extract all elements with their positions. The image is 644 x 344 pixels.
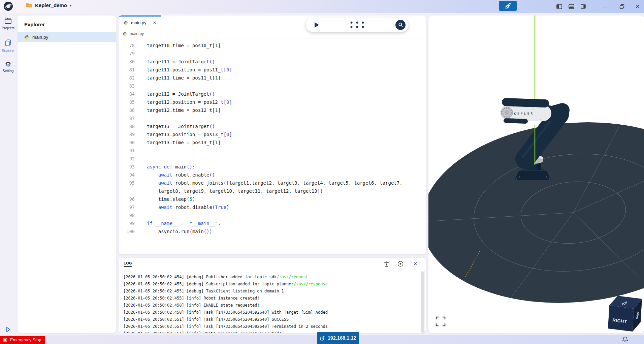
- toggle-right-panel-icon[interactable]: [581, 4, 586, 9]
- python-icon: [24, 35, 29, 40]
- emergency-stop-button[interactable]: Emergency Stop: [0, 336, 45, 344]
- log-line: [2026-01-05 20:50:02.551] [info] Task [1…: [123, 323, 426, 330]
- editor-panel: main.py ✕ main.py 78target10.time = pos1…: [119, 15, 426, 254]
- code-line: 86target12.time = pos12_t[1]: [119, 106, 426, 114]
- copy-pages-icon: [4, 39, 12, 46]
- line-number: 84: [119, 90, 141, 98]
- log-line: [2026-01-05 20:50:02.454] [debug] Publis…: [123, 274, 426, 281]
- code-line: 79: [119, 50, 426, 58]
- line-number: 82: [119, 74, 141, 82]
- close-window-button[interactable]: ✕: [633, 0, 643, 13]
- chevron-down-icon: ▾: [70, 3, 72, 8]
- code-line: 98: [119, 211, 426, 219]
- line-number: 89: [119, 130, 141, 138]
- code-line: 100 asyncio.run(main()): [119, 227, 426, 236]
- code-area[interactable]: 78target10.time = pos10_t[1]7980target11…: [119, 38, 426, 236]
- sidebar-item-setting[interactable]: ⚙ Setting: [0, 61, 16, 73]
- log-line: [2026-01-05 20:50:02.551] [info] Task [1…: [123, 316, 426, 323]
- line-number: 95: [119, 179, 141, 187]
- sidebar-item-projects[interactable]: Projects: [0, 18, 16, 30]
- bell-icon[interactable]: [621, 336, 629, 343]
- code-line: 87: [119, 114, 426, 122]
- viewport-3d[interactable]: KEPLER TOP RIGHT BACK: [428, 15, 644, 333]
- log-panel: LOG ✕ [2026-01-05 20:50:02.454] [debug] …: [119, 258, 426, 333]
- code-line: 82target11.time = pos11_t[1]: [119, 74, 426, 82]
- stop-log-button[interactable]: [397, 261, 404, 267]
- play-outline-icon: [5, 326, 11, 333]
- svg-text:KEPLER: KEPLER: [514, 112, 534, 116]
- code-line: 83: [119, 82, 426, 90]
- robot-scene: KEPLER TOP RIGHT BACK: [428, 15, 644, 333]
- toggle-left-panel-icon[interactable]: [556, 4, 562, 9]
- toggle-bottom-panel-icon[interactable]: [569, 4, 574, 9]
- stop-circle-icon: [3, 338, 7, 342]
- line-number: 79: [119, 50, 141, 58]
- code-line: 93async def main():: [119, 163, 426, 171]
- restore-icon: [619, 4, 624, 9]
- sidebar-item-explorer[interactable]: Explorer: [0, 39, 16, 53]
- rocket-icon: [504, 2, 512, 10]
- line-number: 88: [119, 122, 141, 130]
- log-line: [2026-01-05 20:50:02.458] [info] Task [1…: [123, 309, 426, 316]
- network-ping-icon: [320, 335, 325, 341]
- code-line: target8, target9, target10, target11, ta…: [119, 187, 426, 195]
- tab-main-py[interactable]: main.py ✕: [119, 15, 161, 29]
- log-line: [2026-01-05 20:50:02.455] [debug] TaskCl…: [123, 288, 426, 295]
- code-line: 78target10.time = pos10_t[1]: [119, 41, 426, 50]
- tab-label: main.py: [131, 20, 147, 25]
- view-cube[interactable]: TOP RIGHT BACK: [608, 296, 642, 332]
- search-icon: [398, 22, 403, 27]
- line-number: 91: [119, 147, 141, 155]
- tab-close-icon[interactable]: ✕: [153, 20, 157, 25]
- code-line: 88target13 = JointTarget(): [119, 122, 426, 130]
- trash-icon: [384, 261, 389, 267]
- log-tab[interactable]: LOG: [124, 261, 132, 267]
- app-window: Kepler_demo ▾: [0, 0, 644, 344]
- code-line: 80target11 = JointTarget(): [119, 58, 426, 66]
- play-icon[interactable]: [315, 22, 319, 28]
- log-line: [2026-01-05 20:50:02.455] [info] Robot i…: [123, 295, 426, 302]
- project-name: Kepler_demo: [35, 2, 67, 8]
- close-log-button[interactable]: ✕: [412, 261, 418, 267]
- code-line: 81target11.position = pos11_t[0]: [119, 66, 426, 74]
- minimize-button[interactable]: –: [600, 0, 610, 13]
- code-line: 94 await robot.enable(): [119, 171, 426, 179]
- line-number: 78: [119, 41, 141, 50]
- line-number: 100: [119, 227, 141, 236]
- code-line: 95 await robot.move_joints([target1,targ…: [119, 179, 426, 187]
- explorer-panel: Explorer main.py: [18, 15, 116, 333]
- nav-rail: Projects Explorer ⚙ Setting Run: [0, 13, 16, 335]
- line-number: 85: [119, 98, 141, 106]
- line-number: 96: [119, 195, 141, 203]
- restore-button[interactable]: [617, 0, 626, 13]
- project-selector[interactable]: Kepler_demo ▾: [26, 2, 72, 8]
- line-number: 94: [119, 171, 141, 179]
- robot-ip-badge[interactable]: 192.168.1.12: [317, 332, 359, 344]
- code-line: 92: [119, 155, 426, 163]
- line-number: 83: [119, 82, 141, 90]
- file-item-main-py[interactable]: main.py: [18, 32, 116, 42]
- file-name: main.py: [32, 35, 48, 40]
- log-scrollbar[interactable]: [421, 272, 425, 333]
- code-line: 91: [119, 147, 426, 155]
- deploy-button[interactable]: [499, 1, 517, 11]
- folder-icon: [26, 3, 32, 8]
- log-line: [2026-01-05 20:50:02.551] [info] JOINT m…: [123, 330, 426, 333]
- clear-log-button[interactable]: [383, 261, 389, 267]
- line-number: 90: [119, 138, 141, 147]
- python-icon: [123, 21, 128, 25]
- line-number: 92: [119, 155, 141, 163]
- line-number: 86: [119, 106, 141, 114]
- code-line: 84target12 = JointTarget(): [119, 90, 426, 98]
- stop-record-icon: [397, 261, 404, 267]
- code-line: 85target12.position = pos12_t[0]: [119, 98, 426, 106]
- search-button[interactable]: [395, 20, 406, 30]
- fullscreen-button[interactable]: [434, 315, 447, 328]
- line-number: 98: [119, 211, 141, 219]
- floating-toolbar: [306, 18, 409, 32]
- line-number: 93: [119, 163, 141, 171]
- folder-outline-icon: [4, 18, 12, 24]
- explorer-title: Explorer: [18, 15, 116, 32]
- drag-dots-icon[interactable]: [350, 22, 364, 28]
- log-output[interactable]: [2026-01-05 20:50:02.454] [debug] Publis…: [119, 270, 426, 333]
